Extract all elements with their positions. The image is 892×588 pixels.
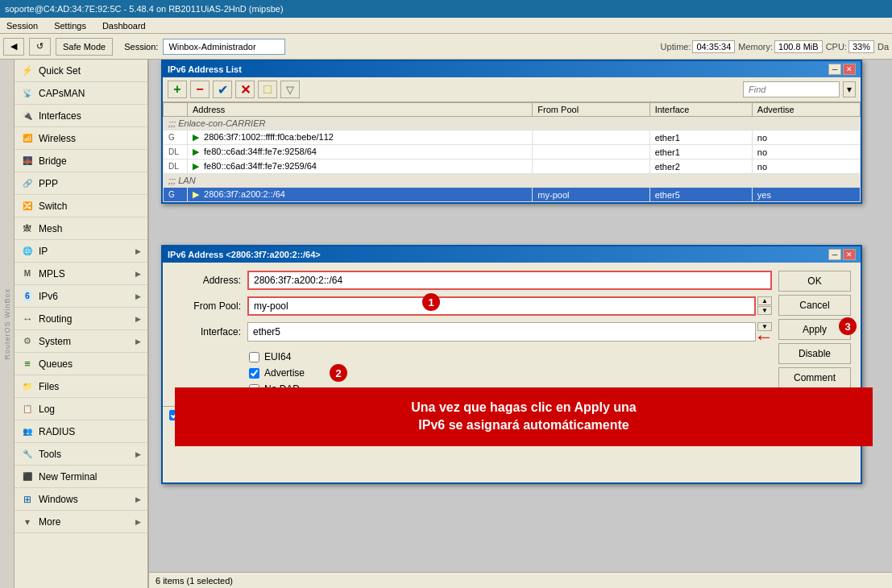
terminal-icon [21,470,34,483]
sidebar-item-tools[interactable]: Tools [15,443,147,466]
sidebar-item-ip[interactable]: IP [15,240,147,263]
sidebar-item-routing[interactable]: Routing [15,308,147,330]
dialog-minimize-button[interactable]: ─ [828,249,841,260]
tools-icon [21,448,34,461]
interface-label: Interface: [172,326,241,337]
system-icon [21,335,34,348]
col-interface[interactable]: Interface [649,103,752,117]
log-icon [21,403,34,416]
session-input[interactable] [163,39,285,55]
sidebar-item-interfaces[interactable]: Interfaces [15,105,147,127]
row-flag: DL [164,145,188,159]
sidebar-label-ppp: PPP [39,178,58,189]
sidebar-item-ipv6[interactable]: IPv6 [15,285,147,308]
row-address: ▶ 2806:3f7:1002::ffff:f0ca:bebe/112 [188,130,533,145]
section-carrier-label: ;;; Enlace-con-CARRIER [164,117,861,130]
routing-icon [21,313,34,325]
comment-button[interactable]: Comment [778,367,851,388]
sidebar-item-system[interactable]: System [15,330,147,353]
col-flag[interactable] [164,103,188,117]
safe-mode-button[interactable]: Safe Mode [56,38,113,56]
add-button[interactable]: + [168,81,187,98]
ipv6-dialog-title-text: IPv6 Address <2806:3f7:a200:2::/64> [168,250,321,259]
sidebar-item-more[interactable]: More [15,511,147,533]
ipv6-dialog: IPv6 Address <2806:3f7:a200:2::/64> ─ ✕ … [161,245,862,484]
row-advertise: no [752,159,860,174]
sidebar-item-windows[interactable]: Windows [15,488,147,511]
sidebar-item-files[interactable]: Files [15,375,147,398]
dialog-close-button[interactable]: ✕ [843,249,856,260]
dialog-window-controls: ─ ✕ [828,249,856,260]
enable-button[interactable]: ✔ [213,81,232,98]
ok-button[interactable]: OK [778,271,851,292]
sidebar-item-queues[interactable]: Queues [15,353,147,375]
sidebar-item-radius[interactable]: RADIUS [15,420,147,443]
table-row[interactable]: DL ▶ fe80::c6ad:34ff:fe7e:9259/64 ether2… [164,159,861,174]
comment-list-button[interactable]: □ [258,81,277,98]
eui64-row: EUI64 [249,351,772,362]
sidebar-item-new-terminal[interactable]: New Terminal [15,466,147,488]
ipv6-dialog-title: IPv6 Address <2806:3f7:a200:2::/64> ─ ✕ [163,246,861,263]
back-button[interactable]: ◀ [3,38,24,56]
sidebar-item-ppp[interactable]: PPP [15,172,147,195]
close-list-button[interactable]: ✕ [843,64,856,75]
from-pool-down-arrow[interactable]: ▼ [757,306,772,315]
col-from-pool[interactable]: From Pool [533,103,649,117]
from-pool-input[interactable] [247,296,756,316]
sidebar-watermark: RouterOS WinBox [0,60,15,588]
sidebar-item-capsman[interactable]: CAPsMAN [15,82,147,105]
row-from-pool [533,145,649,159]
find-input[interactable] [743,81,840,97]
row-flag: DL [164,159,188,174]
badge-3-number: 3 [844,321,850,333]
interface-container: ▼ [247,322,772,342]
table-row[interactable]: DL ▶ fe80::c6ad:34ff:fe7e:9258/64 ether1… [164,145,861,159]
da-label: Da [877,42,889,52]
delete-button[interactable]: − [190,81,210,98]
sidebar: RouterOS WinBox Quick Set CAPsMAN Interf… [0,60,149,588]
sidebar-item-bridge[interactable]: Bridge [15,150,147,172]
forward-button[interactable]: ↺ [29,38,51,56]
menu-session[interactable]: Session [3,20,41,31]
from-pool-up-arrow[interactable]: ▲ [757,296,772,305]
eui64-label: EUI64 [264,351,291,362]
menu-settings[interactable]: Settings [51,20,89,31]
sidebar-label-system: System [39,336,71,347]
badge-2: 2 [330,364,347,382]
uptime-value: 04:35:34 [692,40,735,53]
ipv6-list-window: IPv6 Address List ─ ✕ + − ✔ ✕ □ ▽ ▾ [161,60,862,204]
cancel-button[interactable]: Cancel [778,295,851,316]
sidebar-item-mesh[interactable]: Mesh [15,217,147,240]
col-address[interactable]: Address [188,103,533,117]
table-container: Address From Pool Interface Advertise ;;… [163,102,861,202]
eui64-checkbox[interactable] [249,352,259,362]
sidebar-item-quick-set[interactable]: Quick Set [15,60,147,82]
capsman-icon [21,87,34,100]
interface-input[interactable] [247,322,756,342]
sidebar-item-wireless[interactable]: Wireless [15,127,147,150]
apply-arrow-indicator: ← [754,325,774,348]
row-interface-selected: ether5 [649,188,752,202]
cpu-label: CPU: [826,42,847,52]
filter-button[interactable]: ▽ [280,81,300,98]
status-text: 6 items (1 selected) [156,576,233,586]
sidebar-item-switch[interactable]: Switch [15,195,147,217]
sidebar-item-log[interactable]: Log [15,398,147,420]
sidebar-label-interfaces: Interfaces [39,110,81,122]
address-input[interactable] [247,271,772,290]
disable-button[interactable]: Disable [778,343,851,364]
disable-list-button[interactable]: ✕ [235,81,255,98]
minimize-button[interactable]: ─ [828,64,841,75]
table-row[interactable]: G ▶ 2806:3f7:1002::ffff:f0ca:bebe/112 et… [164,130,861,145]
switch-icon [21,200,34,213]
advertise-checkbox[interactable] [249,368,259,379]
find-dropdown[interactable]: ▾ [843,81,856,97]
menu-dashboard[interactable]: Dashboard [99,20,149,31]
col-advertise[interactable]: Advertise [752,103,860,117]
table-row-selected[interactable]: G ▶ 2806:3f7:a200:2::/64 my-pool ether5 … [164,188,861,202]
sidebar-label-ipv6: IPv6 [39,291,58,302]
title-bar-text: soporte@C4:AD:34:7E:92:5C - 5.48.4 on RB… [5,4,284,14]
sidebar-item-mpls[interactable]: MPLS [15,263,147,285]
cpu-value: 33% [848,40,874,53]
sidebar-label-quick-set: Quick Set [39,65,81,77]
